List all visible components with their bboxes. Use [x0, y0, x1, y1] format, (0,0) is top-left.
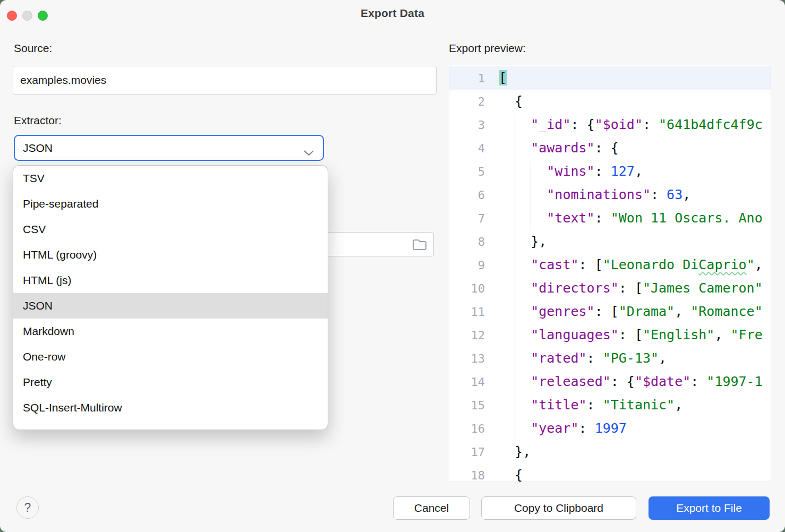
code-line: 18 { [449, 464, 771, 482]
extractor-selected-value: JSON [23, 142, 53, 155]
title-bar: Export Data [0, 0, 785, 30]
source-label: Source: [14, 42, 52, 55]
dropdown-option-sql-insert-multirow[interactable]: SQL-Insert-Multirow [13, 395, 328, 421]
dropdown-option-sql-insert-statements[interactable]: SQL-Insert-Statements [13, 421, 328, 430]
code-line: 13 "rated": "PG-13", [449, 347, 771, 370]
dialog-title: Export Data [0, 7, 785, 20]
extractor-select[interactable]: JSON [14, 135, 324, 161]
help-button[interactable]: ? [16, 496, 39, 519]
code-lines: 1[2 {3 "_id": {"$oid": "641b4dfc4f9c4 "a… [449, 66, 771, 482]
chevron-down-icon [304, 146, 314, 159]
code-line: 3 "_id": {"$oid": "641b4dfc4f9c [449, 113, 771, 136]
dropdown-option-markdown[interactable]: Markdown [13, 319, 328, 344]
code-line: 9 "cast": ["Leonardo DiCaprio", [449, 253, 771, 277]
line-number: 4 [449, 142, 499, 155]
dropdown-option-csv[interactable]: CSV [13, 217, 328, 242]
dropdown-option-pretty[interactable]: Pretty [13, 370, 328, 395]
code-line: 1[ [449, 66, 771, 90]
code-line: 4 "awards": { [449, 136, 771, 160]
code-line: 15 "title": "Titanic", [449, 393, 771, 417]
line-number: 7 [449, 212, 499, 225]
extractor-label: Extractor: [14, 114, 62, 127]
source-input[interactable]: examples.movies [13, 66, 437, 95]
question-mark-icon: ? [24, 501, 31, 515]
export-preview-label: Export preview: [449, 42, 526, 55]
dropdown-option-json[interactable]: JSON [13, 293, 328, 319]
code-line: 8 }, [449, 230, 771, 253]
dropdown-option-one-row[interactable]: One-row [13, 344, 328, 370]
line-number: 14 [449, 375, 499, 389]
line-number: 1 [449, 72, 499, 85]
code-line: 12 "languages": ["English", "Fre [449, 323, 771, 347]
line-number: 2 [449, 95, 499, 108]
dropdown-option-html-groovy-[interactable]: HTML (groovy) [13, 242, 328, 268]
code-line: 2 { [449, 90, 771, 113]
line-number: 12 [449, 329, 499, 342]
code-line: 17 }, [449, 440, 771, 464]
code-line: 5 "wins": 127, [449, 160, 771, 183]
export-to-file-button[interactable]: Export to File [649, 496, 770, 520]
code-line: 6 "nominations": 63, [449, 183, 771, 207]
line-number: 16 [449, 422, 499, 435]
export-data-dialog: Export Data Source: examples.movies Extr… [0, 0, 785, 532]
code-line: 16 "year": 1997 [449, 417, 771, 440]
line-number: 18 [449, 469, 499, 482]
indent-guide [531, 161, 531, 230]
gutter-separator [499, 65, 499, 482]
source-value: examples.movies [20, 74, 106, 87]
line-number: 13 [449, 352, 499, 365]
dropdown-option-html-js-[interactable]: HTML (js) [13, 268, 328, 293]
line-number: 11 [449, 305, 499, 319]
folder-icon[interactable] [412, 237, 428, 253]
line-number: 10 [449, 282, 499, 295]
line-number: 5 [449, 165, 499, 178]
line-number: 9 [449, 259, 499, 272]
code-line: 11 "genres": ["Drama", "Romance" [449, 300, 771, 323]
code-line: 10 "directors": ["James Cameron" [449, 277, 771, 300]
indent-guide [515, 114, 515, 441]
line-number: 6 [449, 188, 499, 202]
code-line: 14 "released": {"$date": "1997-1 [449, 370, 771, 393]
line-number: 3 [449, 118, 499, 132]
line-number: 15 [449, 399, 499, 412]
dropdown-option-pipe-separated[interactable]: Pipe-separated [13, 191, 328, 217]
export-preview-editor[interactable]: 1[2 {3 "_id": {"$oid": "641b4dfc4f9c4 "a… [449, 65, 771, 482]
copy-to-clipboard-button[interactable]: Copy to Clipboard [481, 496, 636, 520]
cancel-button[interactable]: Cancel [393, 496, 470, 520]
dropdown-option-tsv[interactable]: TSV [13, 166, 328, 191]
code-line: 7 "text": "Won 11 Oscars. Ano [449, 207, 771, 230]
line-number: 8 [449, 235, 499, 248]
line-number: 17 [449, 445, 499, 459]
extractor-dropdown: TSVPipe-separatedCSVHTML (groovy)HTML (j… [13, 165, 328, 430]
